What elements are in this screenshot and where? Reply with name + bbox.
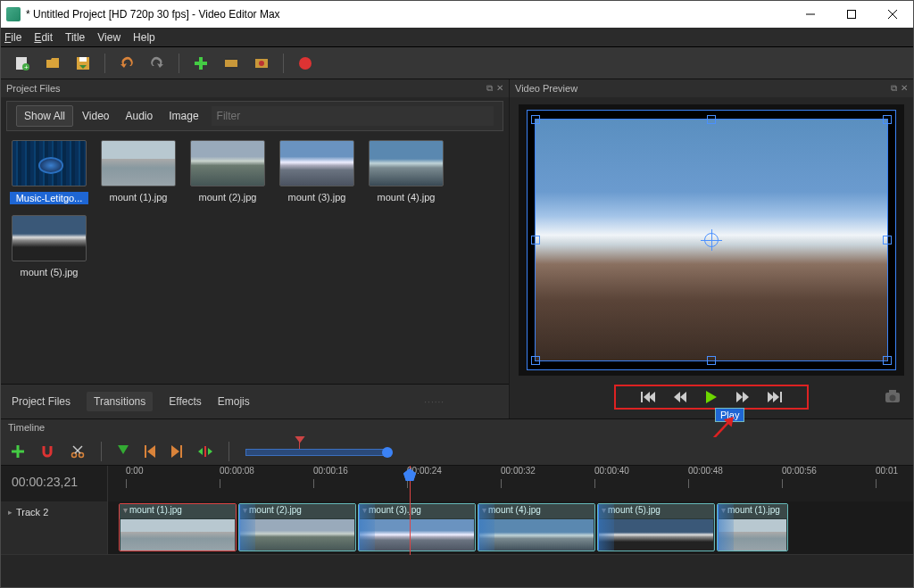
transition-handle[interactable]: [718, 504, 734, 551]
fast-forward-button[interactable]: [735, 391, 750, 403]
timeline-clip[interactable]: ▾mount (3).jpg: [358, 503, 476, 551]
timeline-panel: Timeline 00:00:23,21: [1, 418, 913, 587]
media-item-audio[interactable]: Music-Letitgo...: [10, 140, 88, 204]
range-handle[interactable]: [382, 447, 393, 458]
svg-marker-42: [171, 445, 179, 458]
resize-handle-tc[interactable]: [707, 115, 716, 124]
panel-category-tabs: Project Files Transitions Effects Emojis…: [1, 384, 509, 418]
svg-marker-25: [768, 392, 774, 402]
resize-handle-br[interactable]: [883, 356, 892, 365]
filter-input[interactable]: [212, 106, 494, 126]
prev-marker-icon[interactable]: [145, 445, 155, 458]
track-label[interactable]: ▸ Track 2: [1, 501, 108, 554]
mini-playhead[interactable]: [299, 442, 300, 449]
time-mark: 0:00: [126, 466, 143, 476]
menu-file[interactable]: File: [4, 31, 21, 44]
menu-bar: File Edit Title View Help: [1, 28, 913, 47]
add-track-icon[interactable]: [12, 445, 24, 458]
effects-icon[interactable]: [253, 54, 270, 72]
toolbar-separator: [283, 54, 284, 73]
svg-marker-18: [644, 392, 650, 402]
panel-title: Project Files: [6, 83, 61, 94]
timeline-toolbar: [1, 437, 913, 466]
close-button[interactable]: [872, 1, 913, 28]
transition-handle[interactable]: [598, 504, 614, 551]
menu-edit[interactable]: Edit: [34, 31, 53, 44]
media-item-image[interactable]: mount (3).jpg: [278, 140, 356, 204]
clip-thumbnail: [120, 519, 235, 551]
svg-line-3: [888, 10, 897, 19]
rewind-button[interactable]: [673, 391, 687, 403]
media-item-image[interactable]: mount (4).jpg: [367, 140, 445, 204]
timeline-clip[interactable]: ▾mount (1).jpg: [119, 503, 237, 551]
ruler-marks: 0:00 00:00:08 00:00:16 00:00:24 00:00:32…: [108, 466, 913, 501]
resize-handle-bc[interactable]: [707, 356, 716, 365]
new-project-icon[interactable]: +: [13, 54, 31, 72]
timeline-clip[interactable]: ▾mount (5).jpg: [597, 503, 715, 551]
transition-handle[interactable]: [478, 504, 494, 551]
transport-row: Play: [510, 379, 913, 418]
filmstrip-icon[interactable]: [222, 54, 240, 72]
import-media-icon[interactable]: [192, 54, 210, 72]
jump-start-button[interactable]: [641, 391, 655, 403]
app-icon: [6, 7, 21, 21]
tab-transitions[interactable]: Transitions: [87, 392, 153, 411]
jump-end-button[interactable]: [768, 391, 782, 403]
preview-viewport[interactable]: [519, 104, 904, 376]
resize-handle-bl[interactable]: [531, 356, 540, 365]
filter-tab-image[interactable]: Image: [162, 106, 205, 126]
menu-view[interactable]: View: [97, 31, 120, 44]
menu-title[interactable]: Title: [65, 31, 85, 44]
tab-project-files[interactable]: Project Files: [12, 395, 71, 408]
filter-tab-video[interactable]: Video: [75, 106, 116, 126]
track-collapse-icon[interactable]: ▸: [8, 508, 12, 549]
minimize-button[interactable]: [790, 1, 831, 28]
image-thumbnail: [101, 140, 176, 186]
timeline-mini-ruler[interactable]: [245, 443, 902, 460]
maximize-button[interactable]: [831, 1, 872, 28]
snapshot-icon[interactable]: [885, 389, 901, 406]
timeline-clip[interactable]: ▾mount (2).jpg: [238, 503, 356, 551]
resize-handle-tl[interactable]: [531, 115, 540, 124]
media-item-image[interactable]: mount (5).jpg: [10, 215, 88, 277]
panel-close-icon[interactable]: ✕: [496, 83, 503, 94]
svg-rect-27: [780, 392, 782, 402]
preview-image[interactable]: [535, 119, 888, 361]
clip-grip-icon[interactable]: ▾: [123, 505, 128, 518]
clip-label: mount (4).jpg: [488, 505, 541, 518]
clip-thumbnail: [599, 519, 713, 551]
filter-tab-audio[interactable]: Audio: [119, 106, 161, 126]
marker-icon[interactable]: [118, 445, 129, 458]
resize-handle-mr[interactable]: [883, 236, 892, 244]
transition-handle[interactable]: [239, 504, 255, 551]
timeline-clip[interactable]: ▾mount (4).jpg: [478, 503, 595, 551]
timeline-ruler[interactable]: 00:00:23,21 0:00 00:00:08 00:00:16 00:00…: [1, 466, 913, 501]
panel-detach-icon[interactable]: ⧉: [486, 83, 493, 94]
next-marker-icon[interactable]: [171, 445, 182, 458]
tab-effects[interactable]: Effects: [169, 395, 201, 408]
media-item-image[interactable]: mount (2).jpg: [188, 140, 267, 204]
play-button[interactable]: [705, 390, 718, 404]
tab-emojis[interactable]: Emojis: [218, 395, 250, 408]
timeline-clip[interactable]: ▾mount (1).jpg: [717, 503, 788, 551]
panel-detach-icon[interactable]: ⧉: [891, 83, 897, 94]
center-playhead-icon[interactable]: [198, 445, 212, 458]
undo-icon[interactable]: [118, 54, 136, 72]
record-icon[interactable]: [296, 54, 314, 72]
filter-tab-show-all[interactable]: Show All: [16, 105, 73, 127]
menu-help[interactable]: Help: [133, 31, 155, 44]
panel-resize-handle[interactable]: ······: [424, 397, 445, 407]
resize-handle-tr[interactable]: [883, 115, 892, 124]
panel-close-icon[interactable]: ✕: [901, 83, 908, 94]
cut-icon[interactable]: [71, 444, 85, 459]
save-project-icon[interactable]: [74, 54, 92, 72]
transition-handle[interactable]: [359, 504, 375, 551]
resize-handle-ml[interactable]: [531, 236, 540, 244]
track-content[interactable]: ▾mount (1).jpg ▾mount (2).jpg ▾mount (3)…: [108, 501, 913, 554]
snap-icon[interactable]: [40, 444, 54, 459]
playhead-line[interactable]: [410, 466, 411, 555]
media-item-image[interactable]: mount (1).jpg: [99, 140, 178, 204]
svg-rect-8: [79, 57, 87, 62]
open-project-icon[interactable]: [44, 54, 62, 72]
redo-icon[interactable]: [148, 54, 166, 72]
